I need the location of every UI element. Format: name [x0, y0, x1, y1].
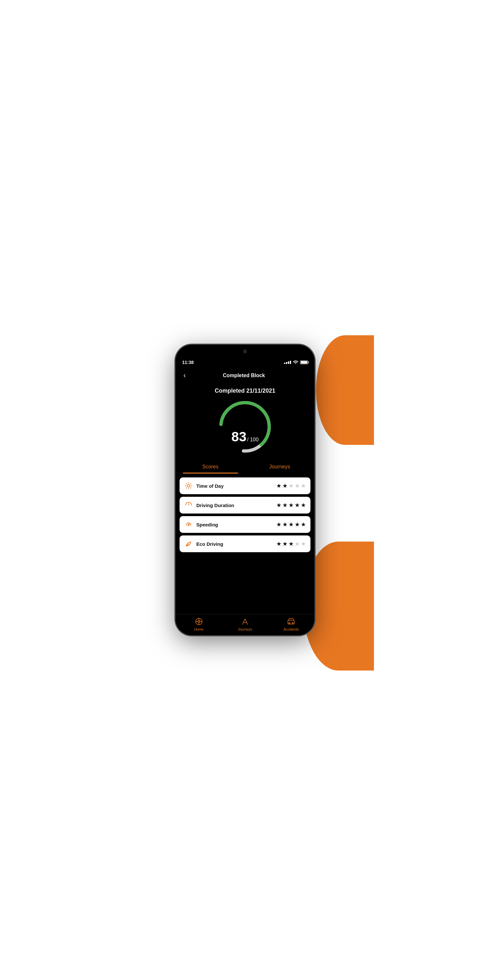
time-of-day-label: Time of Day [196, 483, 273, 489]
svg-point-1 [213, 395, 277, 459]
accidents-icon [286, 617, 296, 626]
battery-icon [300, 360, 308, 364]
svg-point-0 [213, 395, 277, 459]
app-header: ‹ Completed Block [176, 367, 314, 384]
eco-driving-stars: ★ ★ ★ ★ ★ [276, 540, 306, 547]
wifi-icon [293, 360, 298, 365]
phone-notch [176, 345, 314, 358]
svg-point-2 [187, 485, 190, 487]
svg-line-9 [186, 488, 187, 488]
driving-duration-icon [184, 501, 193, 510]
score-item-speeding[interactable]: Speeding ★ ★ ★ ★ ★ [180, 516, 310, 533]
driving-duration-stars: ★ ★ ★ ★ ★ [276, 502, 306, 509]
svg-line-10 [191, 484, 191, 484]
signal-icon [284, 361, 291, 364]
accidents-label: Accidents [283, 627, 299, 631]
nav-item-home[interactable]: Home [176, 617, 222, 631]
scores-list: Time of Day ★ ★ ★ ★ ★ [176, 474, 314, 614]
status-icons [284, 360, 308, 365]
score-item-time-of-day[interactable]: Time of Day ★ ★ ★ ★ ★ [180, 477, 310, 494]
driving-duration-label: Driving Duration [196, 503, 273, 508]
status-time: 11:38 [182, 360, 194, 365]
time-of-day-icon [184, 481, 193, 490]
svg-line-7 [186, 484, 187, 484]
score-item-driving-duration[interactable]: Driving Duration ★ ★ ★ ★ ★ [180, 497, 310, 514]
header-title: Completed Block [188, 373, 299, 379]
nav-item-accidents[interactable]: Accidents [268, 617, 314, 631]
eco-driving-label: Eco Driving [196, 541, 273, 547]
tab-journeys[interactable]: Journeys [245, 460, 314, 474]
nav-item-journeys[interactable]: Journeys [222, 617, 268, 631]
orange-blob-top [316, 335, 374, 445]
status-bar: 11:38 [176, 358, 314, 367]
eco-driving-icon [184, 539, 193, 548]
camera-notch [243, 350, 247, 353]
tab-scores[interactable]: Scores [176, 460, 245, 474]
tabs: Scores Journeys [176, 460, 314, 474]
completed-date: Completed 21/11/2021 [215, 388, 275, 394]
gauge-score: 83 / 100 [231, 429, 259, 445]
home-icon [194, 617, 204, 626]
speeding-label: Speeding [196, 522, 273, 527]
gauge-max: / 100 [247, 437, 259, 442]
score-section: Completed 21/11/2021 83 / 100 [176, 384, 314, 474]
svg-line-8 [191, 488, 191, 488]
journeys-label: Journeys [238, 627, 252, 631]
svg-line-13 [189, 523, 189, 525]
gauge-svg [213, 395, 277, 459]
back-button[interactable]: ‹ [181, 370, 188, 381]
journeys-icon [240, 617, 250, 626]
gauge-number: 83 [231, 429, 247, 445]
time-of-day-stars: ★ ★ ★ ★ ★ [276, 482, 306, 489]
svg-point-24 [289, 622, 290, 624]
score-item-eco-driving[interactable]: Eco Driving ★ ★ ★ ★ ★ [180, 535, 310, 552]
score-gauge: 83 / 100 [213, 399, 277, 454]
page-wrapper: 11:38 [123, 245, 368, 735]
speeding-stars: ★ ★ ★ ★ ★ [276, 521, 306, 528]
app-content: ‹ Completed Block Completed 21/11/2021 8… [176, 367, 314, 635]
phone-frame: 11:38 [176, 345, 314, 635]
bottom-nav: Home Journeys [176, 614, 314, 635]
home-label: Home [194, 627, 204, 631]
speeding-icon [184, 520, 193, 529]
svg-point-25 [292, 622, 293, 624]
